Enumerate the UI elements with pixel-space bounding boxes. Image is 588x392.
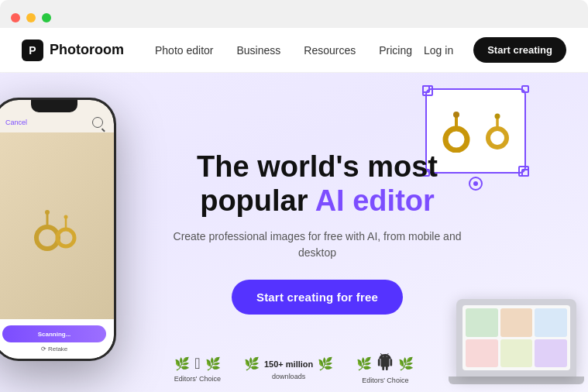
phone-image-area [0,132,114,319]
corner-br [521,169,529,177]
hero-section: Cancel [0,73,588,392]
laptop-thumb-2 [500,308,533,337]
svg-point-11 [494,114,500,119]
laptop-thumb-3 [535,308,567,337]
nav-links: Photo editor Business Resources Pricing [155,44,414,57]
badge-downloads-icon-wrapper: 🌿 150+ million 🌿 [244,358,333,370]
hero-content: The world's most popular AI editor Creat… [170,150,465,315]
badge-apple-icon-wrapper: 🌿  🌿 [174,355,220,373]
badge-android-label: Editors' Choice [362,377,408,384]
laurel-left-2: 🌿 [244,358,260,370]
svg-point-0 [36,227,58,249]
phone-screen: Cancel [0,100,114,359]
svg-point-8 [453,112,459,118]
android-icon [377,353,394,374]
phone-cancel-label[interactable]: Cancel [5,119,27,126]
nav-link-business[interactable]: Business [237,44,281,57]
badges-row: 🌿  🌿 Editors' Choice 🌿 150+ million 🌿 d… [0,353,588,384]
badge-apple-label: Editors' Choice [174,375,221,383]
hero-subtitle: Create professional images for free with… [170,229,465,261]
nav-link-resources[interactable]: Resources [304,44,356,57]
scanning-text: Scanning... [38,331,71,338]
svg-point-6 [445,129,467,150]
badge-downloads-label: downloads [272,373,305,380]
retake-text[interactable]: ⟳ Retake [2,346,106,352]
laurel-right-1: 🌿 [205,358,221,370]
logo-icon-char: P [29,44,36,57]
earring-phone-graphic [27,195,81,257]
corner-tr [521,85,529,93]
minimize-button[interactable] [26,13,36,22]
phone-body: Cancel [0,98,116,361]
hero-title-part2: popular [200,184,315,217]
badge-downloads: 🌿 150+ million 🌿 downloads [244,358,333,380]
laurel-right-3: 🌿 [398,358,414,370]
corner-tl [422,85,430,93]
login-button[interactable]: Log in [414,40,462,61]
badge-android: 🌿 🌿 Editors' Choice [356,353,414,384]
svg-point-5 [64,215,68,218]
svg-point-2 [45,210,50,215]
logo[interactable]: P Photoroom [22,40,124,61]
laurel-left-3: 🌿 [356,358,372,370]
badge-android-icon-wrapper: 🌿 🌿 [356,353,414,374]
hero-title-purple: AI editor [315,184,435,217]
svg-point-9 [488,129,507,147]
hero-title: The world's most popular AI editor [170,150,465,218]
scanning-bar: Scanning... [2,325,106,342]
phone-notch [31,100,77,112]
earring-left-svg [439,110,474,153]
logo-icon: P [22,40,43,61]
earring-right-svg [482,112,513,150]
browser-chrome [0,0,588,28]
apple-icon:  [194,355,200,373]
download-count: 150+ million [264,359,313,369]
nav-actions: Log in Start creating [414,37,566,63]
page: P Photoroom Photo editor Business Resour… [0,28,588,392]
navbar: P Photoroom Photo editor Business Resour… [0,28,588,73]
badge-apple: 🌿  🌿 Editors' Choice [174,355,221,383]
nav-link-pricing[interactable]: Pricing [379,44,412,57]
focus-dot [469,177,483,191]
laptop-thumb-1 [466,308,498,337]
cta-button[interactable]: Start creating for free [232,280,403,315]
maximize-button[interactable] [42,13,51,22]
hero-title-line2: popular AI editor [200,184,435,217]
start-creating-button[interactable]: Start creating [473,37,566,63]
close-button[interactable] [11,13,20,22]
logo-text: Photoroom [50,42,124,58]
hero-title-line1: The world's most [197,150,438,183]
earring-pair [439,110,513,153]
laurel-right-2: 🌿 [318,358,333,370]
laurel-left-1: 🌿 [174,358,190,370]
nav-link-photo-editor[interactable]: Photo editor [155,44,214,57]
phone-mockup: Cancel [0,98,136,392]
search-icon [92,117,103,128]
